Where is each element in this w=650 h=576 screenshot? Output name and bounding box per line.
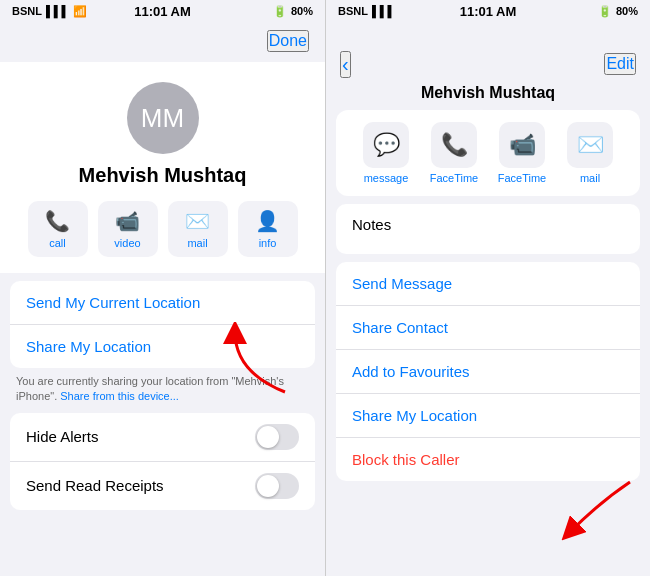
video-icon: 📹	[115, 209, 140, 233]
time-right: 11:01 AM	[460, 4, 517, 19]
signal-icon-right: ▌▌▌	[372, 5, 395, 17]
video-label: video	[114, 237, 140, 249]
share-contact-item[interactable]: Share Contact	[336, 306, 640, 350]
facetime-audio-icon: 📞	[431, 122, 477, 168]
video-button[interactable]: 📹 video	[98, 201, 158, 257]
location-note: You are currently sharing your location …	[16, 374, 309, 405]
red-arrow-annotation-right	[540, 472, 640, 556]
left-panel: BSNL ▌▌▌ 📶 11:01 AM 🔋 80% Done MM Mehvis…	[0, 0, 325, 576]
facetime-video-label: FaceTime	[498, 172, 547, 184]
done-button[interactable]: Done	[267, 30, 309, 52]
nav-bar-right: ‹ Edit	[326, 44, 650, 84]
battery-icon-left: 🔋	[273, 5, 287, 18]
call-icon: 📞	[45, 209, 70, 233]
battery-icon-right: 🔋	[598, 5, 612, 18]
notes-label: Notes	[352, 216, 391, 233]
mail-label-right: mail	[580, 172, 600, 184]
status-bar-right-info: 🔋 80%	[273, 5, 313, 18]
send-message-item[interactable]: Send Message	[336, 262, 640, 306]
share-location-item[interactable]: Share My Location	[10, 325, 315, 368]
call-label: call	[49, 237, 66, 249]
status-bar-left-info: BSNL ▌▌▌ 📶	[12, 5, 87, 18]
call-button[interactable]: 📞 call	[28, 201, 88, 257]
contact-header-left: MM Mehvish Mushtaq 📞 call 📹 video ✉️ mai…	[0, 62, 325, 273]
contact-name-left: Mehvish Mushtaq	[79, 164, 247, 187]
right-list-section: Send Message Share Contact Add to Favour…	[336, 262, 640, 481]
send-read-receipts-item: Send Read Receipts	[10, 462, 315, 510]
facetime-audio-label: FaceTime	[430, 172, 479, 184]
mail-icon-right: ✉️	[567, 122, 613, 168]
info-label: info	[259, 237, 277, 249]
edit-button[interactable]: Edit	[604, 53, 636, 75]
mail-button-right[interactable]: ✉️ mail	[561, 122, 619, 184]
right-panel: BSNL ▌▌▌ 11:01 AM 🔋 80% ‹ Edit Mehvish M…	[325, 0, 650, 576]
mail-button-left[interactable]: ✉️ mail	[168, 201, 228, 257]
block-caller-item[interactable]: Block this Caller	[336, 438, 640, 481]
message-button[interactable]: 💬 message	[357, 122, 415, 184]
info-button[interactable]: 👤 info	[238, 201, 298, 257]
battery-pct-right: 80%	[616, 5, 638, 17]
nav-bar-left: Done	[0, 22, 325, 62]
hide-alerts-item: Hide Alerts	[10, 413, 315, 462]
time-left: 11:01 AM	[134, 4, 191, 19]
facetime-audio-button[interactable]: 📞 FaceTime	[425, 122, 483, 184]
carrier-left: BSNL	[12, 5, 42, 17]
info-icon: 👤	[255, 209, 280, 233]
back-button[interactable]: ‹	[340, 51, 351, 78]
share-from-device-link[interactable]: Share from this device...	[60, 390, 179, 402]
status-bar-right-right: 🔋 80%	[598, 5, 638, 18]
signal-icon: ▌▌▌	[46, 5, 69, 17]
send-read-receipts-toggle[interactable]	[255, 473, 299, 499]
action-buttons-left: 📞 call 📹 video ✉️ mail 👤 info	[28, 201, 298, 257]
wifi-icon: 📶	[73, 5, 87, 18]
facetime-video-button[interactable]: 📹 FaceTime	[493, 122, 551, 184]
status-bar-right-left: BSNL ▌▌▌	[338, 5, 395, 17]
message-label: message	[364, 172, 409, 184]
carrier-right: BSNL	[338, 5, 368, 17]
location-list-left: Send My Current Location Share My Locati…	[10, 281, 315, 368]
action-buttons-right: 💬 message 📞 FaceTime 📹 FaceTime ✉️ mail	[336, 110, 640, 196]
notes-section: Notes	[336, 204, 640, 254]
battery-pct-left: 80%	[291, 5, 313, 17]
contact-name-right: Mehvish Mushtaq	[326, 84, 650, 110]
avatar-left: MM	[127, 82, 199, 154]
share-my-location-item[interactable]: Share My Location	[336, 394, 640, 438]
status-bar-left: BSNL ▌▌▌ 📶 11:01 AM 🔋 80%	[0, 0, 325, 22]
status-bar-right: BSNL ▌▌▌ 11:01 AM 🔋 80%	[326, 0, 650, 22]
facetime-video-icon: 📹	[499, 122, 545, 168]
mail-label-left: mail	[187, 237, 207, 249]
hide-alerts-toggle[interactable]	[255, 424, 299, 450]
add-to-favourites-item[interactable]: Add to Favourites	[336, 350, 640, 394]
mail-icon-left: ✉️	[185, 209, 210, 233]
message-icon: 💬	[363, 122, 409, 168]
toggle-section: Hide Alerts Send Read Receipts	[10, 413, 315, 510]
send-location-item[interactable]: Send My Current Location	[10, 281, 315, 325]
